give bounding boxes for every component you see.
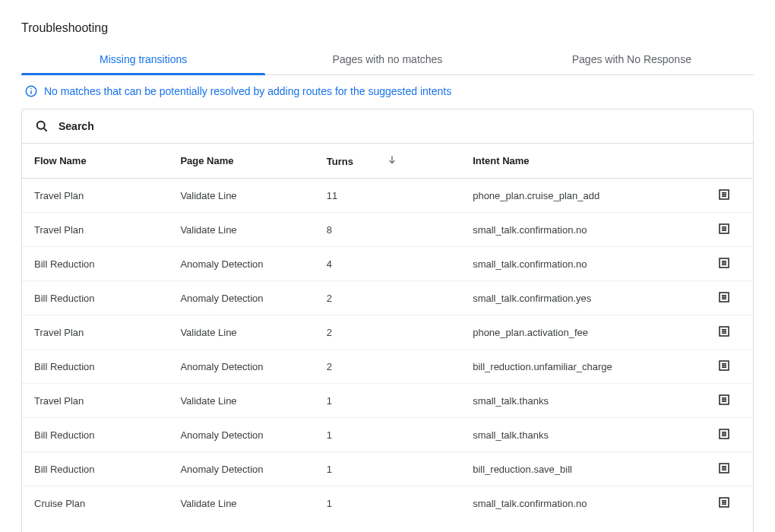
cell-flow: Travel Plan (22, 179, 168, 213)
info-icon (24, 84, 38, 98)
table-row: Bill ReductionAnomaly Detection1bill_red… (22, 452, 753, 486)
cell-turns: 1 (315, 486, 460, 521)
view-details-button[interactable] (716, 290, 732, 305)
search-input[interactable] (59, 120, 741, 132)
page-title: Troubleshooting (21, 21, 754, 35)
prev-page-button[interactable] (689, 527, 707, 532)
cell-page: Anomaly Detection (168, 350, 314, 384)
svg-point-2 (30, 88, 32, 90)
cell-action (694, 418, 753, 452)
info-banner-text: No matches that can be potentially resol… (44, 85, 451, 97)
list-icon (717, 359, 731, 372)
search-icon (34, 119, 49, 134)
cell-page: Validate Line (168, 179, 314, 213)
cell-intent: small_talk.thanks (460, 418, 694, 452)
cell-intent: small_talk.confirmation.no (460, 486, 694, 521)
view-details-button[interactable] (716, 187, 732, 202)
list-icon (717, 461, 731, 475)
cell-intent: phone_plan.cruise_plan_add (460, 179, 694, 213)
cell-page: Validate Line (168, 315, 314, 350)
cell-flow: Travel Plan (22, 315, 168, 350)
cell-intent: small_talk.confirmation.no (460, 213, 694, 247)
table-row: Travel PlanValidate Line2phone_plan.acti… (22, 315, 753, 350)
view-details-button[interactable] (716, 461, 732, 476)
list-icon (717, 427, 731, 441)
cell-flow: Bill Reduction (22, 350, 168, 384)
table-row: Travel PlanValidate Line1small_talk.than… (22, 384, 753, 418)
cell-intent: bill_reduction.save_bill (460, 452, 694, 486)
col-header-intent[interactable]: Intent Name (460, 144, 694, 179)
cell-flow: Cruise Plan (22, 486, 168, 521)
cell-action (694, 384, 753, 418)
col-header-page[interactable]: Page Name (168, 144, 314, 179)
cell-action (694, 452, 753, 486)
cell-turns: 11 (315, 179, 460, 213)
cell-action (694, 315, 753, 350)
next-page-button[interactable] (720, 527, 738, 532)
cell-intent: small_talk.confirmation.no (460, 247, 694, 281)
tabs: Missing transitions Pages with no matche… (21, 44, 754, 75)
cell-flow: Bill Reduction (22, 452, 168, 486)
view-details-button[interactable] (716, 324, 732, 339)
cell-page: Validate Line (168, 486, 314, 521)
cell-turns: 8 (315, 213, 460, 247)
list-icon (717, 222, 731, 236)
cell-turns: 1 (315, 418, 460, 452)
view-details-button[interactable] (716, 392, 732, 407)
table-row: Travel PlanValidate Line11phone_plan.cru… (22, 179, 753, 213)
tab-pages-no-matches[interactable]: Pages with no matches (265, 44, 509, 74)
info-banner: No matches that can be potentially resol… (21, 75, 754, 109)
items-per-page-select[interactable]: 10 (572, 529, 606, 533)
cell-flow: Bill Reduction (22, 247, 168, 281)
svg-line-4 (44, 128, 47, 131)
view-details-button[interactable] (716, 495, 732, 510)
list-icon (717, 393, 731, 407)
cell-page: Validate Line (168, 213, 314, 247)
table-row: Cruise PlanValidate Line1small_talk.conf… (22, 486, 753, 521)
cell-turns: 1 (315, 452, 460, 486)
table-row: Bill ReductionAnomaly Detection2bill_red… (22, 350, 753, 384)
table-row: Bill ReductionAnomaly Detection1small_ta… (22, 418, 753, 452)
cell-action (694, 247, 753, 281)
list-icon (717, 325, 731, 338)
col-header-turns[interactable]: Turns (315, 144, 460, 179)
cell-turns: 4 (315, 247, 460, 281)
view-details-button[interactable] (716, 255, 732, 271)
cell-page: Anomaly Detection (168, 452, 314, 486)
cell-action (694, 486, 753, 521)
cell-intent: bill_reduction.unfamiliar_charge (460, 350, 694, 384)
table-row: Bill ReductionAnomaly Detection2small_ta… (22, 281, 753, 315)
cell-flow: Travel Plan (22, 213, 168, 247)
items-per-page: Items per page: 10 (500, 529, 607, 533)
sort-desc-icon (387, 154, 397, 165)
cell-flow: Travel Plan (22, 384, 168, 418)
col-header-turns-label: Turns (327, 156, 353, 167)
list-icon (717, 256, 731, 270)
table-row: Travel PlanValidate Line8small_talk.conf… (22, 213, 753, 247)
pagination: Items per page: 10 1 - 10 of 11 (22, 520, 753, 532)
search-bar[interactable] (22, 109, 753, 144)
list-icon (717, 188, 731, 201)
cell-turns: 2 (315, 315, 460, 350)
results-panel: Flow Name Page Name Turns Intent Name Tr… (21, 109, 754, 532)
cell-intent: phone_plan.activation_fee (460, 315, 694, 350)
view-details-button[interactable] (716, 221, 732, 236)
table-row: Bill ReductionAnomaly Detection4small_ta… (22, 247, 753, 281)
cell-action (694, 213, 753, 247)
tab-pages-no-response[interactable]: Pages with No Response (510, 44, 754, 74)
cell-turns: 2 (315, 281, 460, 315)
cell-page: Anomaly Detection (168, 247, 314, 281)
cell-intent: small_talk.confirmation.yes (460, 281, 694, 315)
view-details-button[interactable] (716, 426, 732, 442)
col-header-flow[interactable]: Flow Name (22, 144, 168, 179)
list-icon (717, 290, 731, 304)
cell-turns: 2 (315, 350, 460, 384)
cell-page: Anomaly Detection (168, 418, 314, 452)
list-icon (717, 496, 731, 509)
view-details-button[interactable] (716, 358, 732, 373)
col-header-action (694, 144, 753, 179)
tab-missing-transitions[interactable]: Missing transitions (21, 44, 265, 74)
page-nav (689, 527, 738, 532)
cell-page: Anomaly Detection (168, 281, 314, 315)
cell-intent: small_talk.thanks (460, 384, 694, 418)
